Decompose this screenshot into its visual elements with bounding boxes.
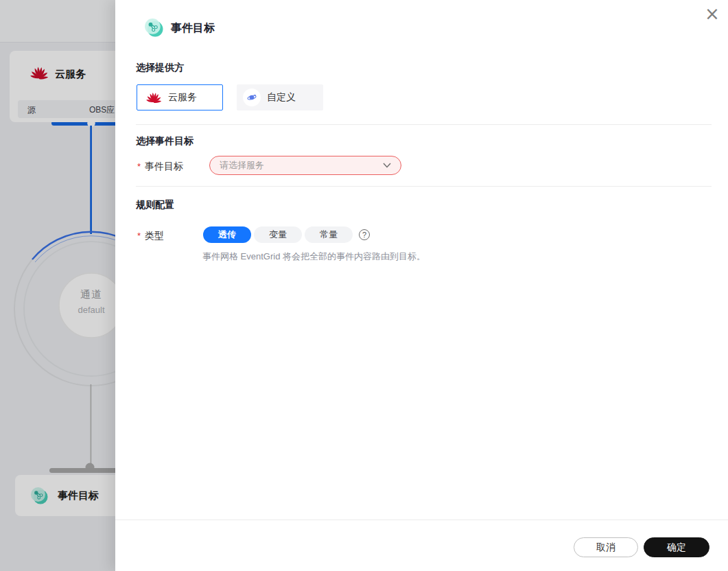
- section-divider: [136, 124, 712, 125]
- confirm-button[interactable]: 确定: [644, 537, 709, 557]
- chevron-down-icon: [383, 163, 391, 168]
- provider-option-label: 云服务: [168, 91, 197, 104]
- provider-option-custom[interactable]: 自定义: [237, 84, 323, 110]
- rule-section-heading: 规则配置: [136, 199, 174, 211]
- type-description: 事件网格 EventGrid 将会把全部的事件内容路由到目标。: [202, 250, 425, 263]
- provider-option-label: 自定义: [267, 91, 296, 104]
- provider-option-cloud-service[interactable]: 云服务: [137, 84, 223, 110]
- required-mark: *: [137, 161, 144, 172]
- provider-section-heading: 选择提供方: [136, 62, 184, 74]
- type-option-constant[interactable]: 常量: [305, 226, 353, 243]
- type-option-variable[interactable]: 变量: [254, 226, 302, 243]
- type-option-passthrough[interactable]: 透传: [203, 226, 251, 243]
- event-target-field-label: 事件目标: [145, 161, 183, 173]
- event-target-icon: [144, 18, 163, 37]
- select-placeholder: 请选择服务: [220, 159, 383, 172]
- drawer-title: 事件目标: [171, 21, 215, 36]
- footer-divider: [115, 520, 728, 520]
- event-target-select[interactable]: 请选择服务: [209, 156, 401, 175]
- type-field-label: 类型: [145, 230, 164, 242]
- required-mark: *: [137, 231, 144, 241]
- event-target-drawer: × 事件目标 选择提供方 云服务 自定义 选择事件目标 * 事件目标 请选择服务…: [115, 0, 728, 571]
- section-divider: [136, 186, 712, 187]
- huawei-logo-icon: [146, 92, 161, 103]
- target-section-heading: 选择事件目标: [136, 135, 193, 148]
- cancel-button[interactable]: 取消: [574, 537, 638, 557]
- help-icon[interactable]: ?: [359, 229, 370, 240]
- close-icon[interactable]: ×: [700, 1, 725, 26]
- planet-icon: [243, 89, 261, 106]
